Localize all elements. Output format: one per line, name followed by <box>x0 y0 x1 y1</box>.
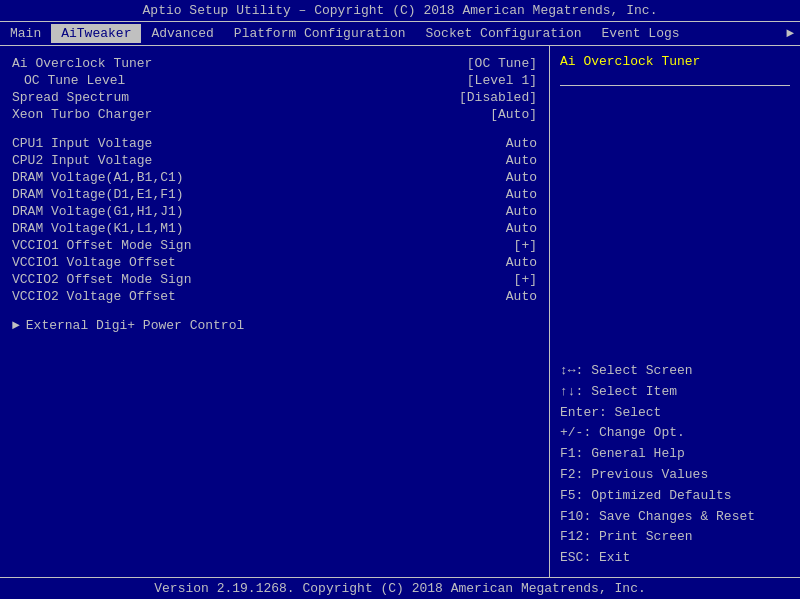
setting-value-dram-voltage-klm: Auto <box>506 221 537 236</box>
help-title: Ai Overclock Tuner <box>560 54 790 69</box>
title-text: Aptio Setup Utility – Copyright (C) 2018… <box>143 3 658 18</box>
menu-item-aitweaker[interactable]: AiTweaker <box>51 24 141 43</box>
setting-label-dram-voltage-klm: DRAM Voltage(K1,L1,M1) <box>12 221 184 236</box>
setting-row-vccio1-offset[interactable]: VCCIO1 Voltage Offset Auto <box>12 255 537 270</box>
key-f10-save: F10: Save Changes & Reset <box>560 507 790 528</box>
key-esc-exit: ESC: Exit <box>560 548 790 569</box>
key-select-item: ↑↓: Select Item <box>560 382 790 403</box>
setting-value-oc-tune-level: [Level 1] <box>467 73 537 88</box>
setting-row-cpu2-voltage[interactable]: CPU2 Input Voltage Auto <box>12 153 537 168</box>
key-enter-select: Enter: Select <box>560 403 790 424</box>
setting-value-cpu2-voltage: Auto <box>506 153 537 168</box>
submenu-external-digi[interactable]: ► External Digi+ Power Control <box>12 318 537 333</box>
setting-label-dram-voltage-abc: DRAM Voltage(A1,B1,C1) <box>12 170 184 185</box>
setting-row-cpu1-voltage[interactable]: CPU1 Input Voltage Auto <box>12 136 537 151</box>
setting-row-dram-voltage-ghj[interactable]: DRAM Voltage(G1,H1,J1) Auto <box>12 204 537 219</box>
setting-label-dram-voltage-def: DRAM Voltage(D1,E1,F1) <box>12 187 184 202</box>
title-bar: Aptio Setup Utility – Copyright (C) 2018… <box>0 0 800 22</box>
key-help: ↕↔: Select Screen ↑↓: Select Item Enter:… <box>560 361 790 569</box>
setting-value-vccio2-sign: [+] <box>514 272 537 287</box>
setting-value-dram-voltage-ghj: Auto <box>506 204 537 219</box>
submenu-arrow-icon: ► <box>12 318 20 333</box>
setting-value-spread-spectrum: [Disabled] <box>459 90 537 105</box>
setting-label-ai-overclock: Ai Overclock Tuner <box>12 56 152 71</box>
setting-value-vccio1-sign: [+] <box>514 238 537 253</box>
setting-label-cpu2-voltage: CPU2 Input Voltage <box>12 153 152 168</box>
setting-row-dram-voltage-klm[interactable]: DRAM Voltage(K1,L1,M1) Auto <box>12 221 537 236</box>
setting-label-vccio2-offset: VCCIO2 Voltage Offset <box>12 289 176 304</box>
setting-label-cpu1-voltage: CPU1 Input Voltage <box>12 136 152 151</box>
key-f12-print: F12: Print Screen <box>560 527 790 548</box>
footer: Version 2.19.1268. Copyright (C) 2018 Am… <box>0 577 800 599</box>
setting-row-spread-spectrum[interactable]: Spread Spectrum [Disabled] <box>12 90 537 105</box>
submenu-label-external-digi: External Digi+ Power Control <box>26 318 244 333</box>
divider <box>560 85 790 86</box>
setting-label-vccio2-sign: VCCIO2 Offset Mode Sign <box>12 272 191 287</box>
setting-label-dram-voltage-ghj: DRAM Voltage(G1,H1,J1) <box>12 204 184 219</box>
setting-value-vccio1-offset: Auto <box>506 255 537 270</box>
footer-text: Version 2.19.1268. Copyright (C) 2018 Am… <box>154 581 645 596</box>
setting-label-vccio1-offset: VCCIO1 Voltage Offset <box>12 255 176 270</box>
setting-row-dram-voltage-def[interactable]: DRAM Voltage(D1,E1,F1) Auto <box>12 187 537 202</box>
setting-row-vccio1-sign[interactable]: VCCIO1 Offset Mode Sign [+] <box>12 238 537 253</box>
menu-item-advanced[interactable]: Advanced <box>141 24 223 43</box>
setting-row-vccio2-offset[interactable]: VCCIO2 Voltage Offset Auto <box>12 289 537 304</box>
menu-item-platform[interactable]: Platform Configuration <box>224 24 416 43</box>
menu-item-socket[interactable]: Socket Configuration <box>416 24 592 43</box>
setting-label-vccio1-sign: VCCIO1 Offset Mode Sign <box>12 238 191 253</box>
setting-label-xeon-turbo: Xeon Turbo Charger <box>12 107 152 122</box>
left-panel: Ai Overclock Tuner [OC Tune] OC Tune Lev… <box>0 46 550 577</box>
setting-value-cpu1-voltage: Auto <box>506 136 537 151</box>
key-f5-defaults: F5: Optimized Defaults <box>560 486 790 507</box>
menu-bar: Main AiTweaker Advanced Platform Configu… <box>0 22 800 46</box>
setting-row-xeon-turbo[interactable]: Xeon Turbo Charger [Auto] <box>12 107 537 122</box>
setting-value-vccio2-offset: Auto <box>506 289 537 304</box>
menu-item-main[interactable]: Main <box>0 24 51 43</box>
setting-row-ai-overclock[interactable]: Ai Overclock Tuner [OC Tune] <box>12 56 537 71</box>
key-f1-help: F1: General Help <box>560 444 790 465</box>
menu-scroll-arrow: ► <box>780 24 800 43</box>
key-change-opt: +/-: Change Opt. <box>560 423 790 444</box>
right-panel: Ai Overclock Tuner ↕↔: Select Screen ↑↓:… <box>550 46 800 577</box>
key-f2-previous: F2: Previous Values <box>560 465 790 486</box>
setting-value-xeon-turbo: [Auto] <box>490 107 537 122</box>
key-select-screen: ↕↔: Select Screen <box>560 361 790 382</box>
setting-label-oc-tune-level: OC Tune Level <box>12 73 125 88</box>
main-content: Ai Overclock Tuner [OC Tune] OC Tune Lev… <box>0 46 800 577</box>
setting-value-dram-voltage-abc: Auto <box>506 170 537 185</box>
setting-value-ai-overclock: [OC Tune] <box>467 56 537 71</box>
setting-row-oc-tune-level[interactable]: OC Tune Level [Level 1] <box>12 73 537 88</box>
menu-item-eventlogs[interactable]: Event Logs <box>592 24 690 43</box>
setting-label-spread-spectrum: Spread Spectrum <box>12 90 129 105</box>
setting-row-vccio2-sign[interactable]: VCCIO2 Offset Mode Sign [+] <box>12 272 537 287</box>
setting-row-dram-voltage-abc[interactable]: DRAM Voltage(A1,B1,C1) Auto <box>12 170 537 185</box>
setting-value-dram-voltage-def: Auto <box>506 187 537 202</box>
